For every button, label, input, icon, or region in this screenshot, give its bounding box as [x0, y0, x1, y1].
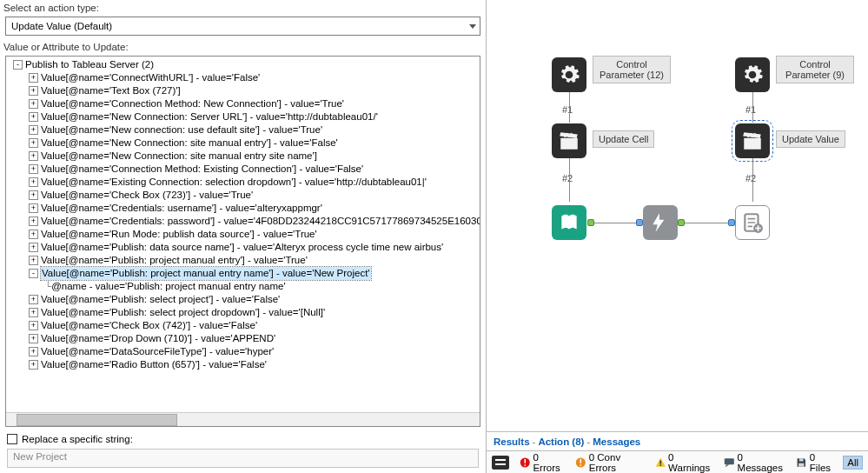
- svg-rect-9: [659, 464, 661, 466]
- expand-icon[interactable]: +: [29, 164, 38, 174]
- macro-tool[interactable]: [643, 205, 678, 240]
- expand-icon[interactable]: +: [29, 203, 38, 213]
- expand-icon[interactable]: +: [29, 360, 38, 370]
- expand-icon[interactable]: +: [29, 295, 38, 304]
- expand-icon[interactable]: +: [29, 151, 38, 161]
- files-chip[interactable]: 0 Files: [792, 451, 839, 474]
- tree-label: Value[@name='Run Mode: publish data sour…: [41, 228, 317, 241]
- warnings-chip[interactable]: 0 Warnings: [652, 451, 717, 474]
- tree-row[interactable]: └ @name - value='Publish: project manual…: [8, 280, 478, 293]
- expand-icon[interactable]: +: [29, 73, 38, 83]
- action-type-dropdown[interactable]: Update Value (Default): [5, 17, 480, 36]
- control-parameter-9-tool[interactable]: [735, 57, 770, 92]
- messages-chip[interactable]: 0 Messages: [720, 451, 789, 474]
- tree-label: Value[@name='DataSourceFileType'] - valu…: [41, 345, 274, 358]
- control-parameter-9-label: Control Parameter (9): [776, 56, 854, 83]
- results-messages[interactable]: Messages: [593, 436, 640, 447]
- workflow-canvas[interactable]: Control Parameter (12) #1 Update Cell #2…: [487, 0, 868, 431]
- tree-row[interactable]: +Value[@name='Credentials: username'] - …: [8, 202, 478, 215]
- h-scrollbar-thumb[interactable]: [17, 414, 177, 426]
- tree-row[interactable]: +Value[@name='New Connection: site manua…: [8, 137, 478, 150]
- expand-icon[interactable]: +: [29, 256, 38, 265]
- input-anchor-icon[interactable]: [636, 219, 643, 226]
- tree-row[interactable]: +Value[@name='Publish: select project'] …: [8, 293, 478, 306]
- tree-row[interactable]: +Value[@name='Text Box (727)']: [8, 84, 478, 97]
- tree-label: Value[@name='New Connection: Server URL'…: [41, 110, 378, 123]
- tree-row[interactable]: +Value[@name='Publish: project manual en…: [8, 254, 478, 267]
- tree-row[interactable]: +Value[@name='DataSourceFileType'] - val…: [8, 345, 478, 358]
- tree-label: Value[@name='ConnectWithURL'] - value='F…: [41, 71, 260, 84]
- expand-icon[interactable]: +: [29, 347, 38, 356]
- tree-row[interactable]: +Value[@name='Radio Button (657)'] - val…: [8, 358, 478, 371]
- results-header: Results - Action (8) - Messages: [487, 431, 868, 450]
- results-action[interactable]: Action (8): [538, 436, 584, 447]
- port-label: #1: [745, 104, 756, 115]
- expand-icon[interactable]: +: [29, 334, 38, 343]
- input-anchor-icon[interactable]: [728, 219, 735, 226]
- tree-row[interactable]: +Value[@name='Connection Method: Existin…: [8, 163, 478, 176]
- list-icon[interactable]: [492, 456, 509, 470]
- output-anchor-icon[interactable]: [678, 219, 685, 226]
- tree-label: Value[@name='Connection Method: New Conn…: [41, 97, 344, 110]
- replace-string-label: Replace a specific string:: [22, 434, 133, 444]
- svg-rect-11: [799, 458, 804, 461]
- expand-icon[interactable]: +: [29, 230, 38, 239]
- collapse-icon[interactable]: -: [13, 60, 23, 70]
- tree-label: @name - value='Publish: project manual e…: [51, 280, 286, 293]
- tree-label: Value[@name='Text Box (727)']: [41, 84, 181, 97]
- control-parameter-12-tool[interactable]: [552, 57, 586, 92]
- tree-row[interactable]: -Value[@name='Publish: project manual en…: [8, 267, 478, 280]
- tree-row[interactable]: +Value[@name='New connection: use defaul…: [8, 123, 478, 137]
- tree-row[interactable]: +Value[@name='New Connection: site manua…: [8, 150, 478, 163]
- tree-row[interactable]: +Value[@name='Run Mode: publish data sou…: [8, 228, 478, 241]
- tree-row[interactable]: +Value[@name='Drop Down (710)'] - value=…: [8, 332, 478, 345]
- expand-icon[interactable]: +: [29, 217, 38, 226]
- tree-label: Value[@name='New connection: use default…: [41, 123, 322, 137]
- expand-icon[interactable]: +: [29, 112, 38, 122]
- tree-row[interactable]: +Value[@name='ConnectWithURL'] - value='…: [8, 71, 478, 84]
- tree-label: Value[@name='New Connection: site manual…: [41, 150, 317, 163]
- expand-icon[interactable]: +: [29, 138, 38, 148]
- tree-row[interactable]: -Publish to Tableau Server (2): [8, 58, 478, 71]
- expand-icon[interactable]: +: [29, 243, 38, 252]
- results-title[interactable]: Results: [494, 436, 530, 447]
- expand-icon[interactable]: +: [29, 321, 38, 330]
- attribute-tree[interactable]: -Publish to Tableau Server (2)+Value[@na…: [5, 56, 480, 427]
- action-type-value: Update Value (Default): [11, 21, 112, 31]
- h-scrollbar[interactable]: [6, 412, 480, 426]
- error-icon: [520, 456, 531, 469]
- publish-tableau-tool[interactable]: [552, 205, 586, 240]
- bolt-icon: [649, 211, 672, 234]
- conv-errors-chip[interactable]: 0 Conv Errors: [572, 451, 647, 474]
- config-panel: Select an action type: Update Value (Def…: [0, 0, 487, 473]
- expand-icon[interactable]: +: [29, 190, 38, 200]
- expand-icon[interactable]: +: [29, 308, 38, 317]
- collapse-icon[interactable]: -: [29, 269, 38, 278]
- tree-label: Value[@name='Publish: data source name']…: [41, 241, 443, 254]
- tree-row[interactable]: +Value[@name='Existing Connection: selec…: [8, 176, 478, 189]
- tree-row[interactable]: +Value[@name='Check Box (742)'] - value=…: [8, 319, 478, 332]
- tree-row[interactable]: +Value[@name='New Connection: Server URL…: [8, 110, 478, 123]
- update-value-tool[interactable]: [735, 123, 770, 158]
- conv-error-icon: [575, 456, 586, 469]
- port-label: #2: [745, 173, 756, 183]
- tree-label: Value[@name='Drop Down (710)'] - value='…: [41, 332, 275, 345]
- update-cell-tool[interactable]: [552, 123, 586, 158]
- all-chip[interactable]: All: [843, 456, 863, 470]
- expand-icon[interactable]: +: [29, 177, 38, 187]
- tree-row[interactable]: +Value[@name='Publish: select project dr…: [8, 306, 478, 319]
- replace-string-checkbox[interactable]: [7, 434, 17, 444]
- expand-icon[interactable]: +: [29, 86, 38, 96]
- output-tool[interactable]: [735, 205, 770, 240]
- tree-row[interactable]: +Value[@name='Check Box (723)'] - value=…: [8, 189, 478, 202]
- replace-string-input[interactable]: New Project: [7, 449, 479, 468]
- warning-icon: [655, 456, 666, 469]
- tree-row[interactable]: +Value[@name='Publish: data source name'…: [8, 241, 478, 254]
- expand-icon[interactable]: +: [29, 125, 38, 135]
- errors-chip[interactable]: 0 Errors: [516, 451, 568, 474]
- tree-row[interactable]: +Value[@name='Credentials: password'] - …: [8, 215, 478, 228]
- expand-icon[interactable]: +: [29, 99, 38, 109]
- output-anchor-icon[interactable]: [587, 219, 594, 226]
- tree-row[interactable]: +Value[@name='Connection Method: New Con…: [8, 97, 478, 110]
- update-cell-label: Update Cell: [593, 130, 654, 148]
